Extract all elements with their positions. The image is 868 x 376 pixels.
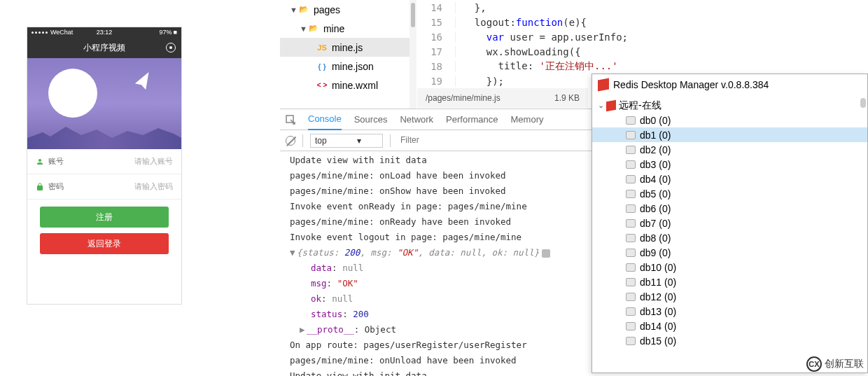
console-property[interactable]: msg: "OK" — [280, 276, 592, 291]
console-line: pages/mine/mine: onReady have been invok… — [280, 214, 592, 230]
back-login-button[interactable]: 返回登录 — [40, 233, 169, 254]
watermark: CX 创新互联 — [806, 356, 864, 372]
capsule-icon[interactable] — [166, 43, 176, 53]
console-line: Invoke event logout in page: pages/mine/… — [280, 230, 592, 245]
phone-simulator: WeChat 23:12 97%■ 小程序视频 账号 请输入账号 密码 请输入密… — [27, 27, 182, 305]
folder-mine[interactable]: ▼📂 mine — [280, 19, 416, 38]
tab-memory[interactable]: Memory — [511, 109, 544, 130]
console-proto[interactable]: ▶__proto__: Object — [280, 322, 592, 337]
console-toolbar: top ▾ — [280, 130, 592, 151]
redis-db-8[interactable]: db8 (0) — [592, 230, 867, 245]
password-placeholder: 请输入密码 — [134, 181, 173, 192]
user-icon — [36, 158, 44, 166]
redis-db-14[interactable]: db14 (0) — [592, 319, 867, 333]
console-output[interactable]: Update view with init datapages/mine/min… — [280, 151, 592, 376]
console-object[interactable]: ▼{status: 200, msg: "OK", data: null, ok… — [280, 245, 592, 260]
account-row[interactable]: 账号 请输入账号 — [27, 149, 181, 174]
code-line-16[interactable]: 16 var user = app.userInfo; — [417, 29, 868, 44]
tab-sources[interactable]: Sources — [354, 109, 388, 130]
time-label: 23:12 — [97, 29, 113, 36]
redis-db-13[interactable]: db13 (0) — [592, 304, 867, 319]
redis-db-2[interactable]: db2 (0) — [592, 142, 867, 157]
redis-db-12[interactable]: db12 (0) — [592, 289, 867, 304]
password-label: 密码 — [48, 181, 64, 192]
redis-db-11[interactable]: db11 (0) — [592, 274, 867, 289]
folder-pages[interactable]: ▼📂 pages — [280, 0, 416, 19]
devtools-tabs: ConsoleSourcesNetworkPerformanceMemory — [280, 109, 592, 130]
code-line-14[interactable]: 14 }, — [417, 0, 868, 15]
file-explorer-scrollbar[interactable] — [410, 0, 416, 109]
redis-db-3[interactable]: db3 (0) — [592, 157, 867, 172]
redis-title-text: Redis Desktop Manager v.0.8.8.384 — [613, 79, 769, 90]
devtools-panel: ConsoleSourcesNetworkPerformanceMemory t… — [280, 109, 592, 376]
redis-server-node[interactable]: ⌄远程-在线 — [592, 98, 867, 113]
console-property[interactable]: ok: null — [280, 291, 592, 307]
console-line: pages/mine/mine: onShow have been invoke… — [280, 183, 592, 199]
redis-db-5[interactable]: db5 (0) — [592, 186, 867, 201]
password-row[interactable]: 密码 请输入密码 — [27, 174, 181, 200]
console-property[interactable]: data: null — [280, 260, 592, 276]
console-line: pages/mine/mine: onLoad have been invoke… — [280, 168, 592, 183]
console-property[interactable]: status: 200 — [280, 307, 592, 322]
register-button[interactable]: 注册 — [40, 207, 169, 228]
redis-db-15[interactable]: db15 (0) — [592, 333, 867, 348]
console-line: On app route: pages/userRegister/userReg… — [280, 337, 592, 353]
redis-db-6[interactable]: db6 (0) — [592, 201, 867, 216]
console-line: Update view with init data — [280, 368, 592, 376]
redis-app-icon — [598, 78, 609, 92]
file-path: /pages/mine/mine.js — [426, 93, 554, 103]
file-mine-js[interactable]: JS mine.js — [280, 38, 416, 57]
console-line: Invoke event onReady in page: pages/mine… — [280, 199, 592, 214]
file-mine-json[interactable]: { } mine.json — [280, 57, 416, 76]
redis-db-7[interactable]: db7 (0) — [592, 216, 867, 230]
page-title: 小程序视频 — [83, 42, 125, 54]
redis-db-1[interactable]: db1 (0) — [592, 127, 867, 142]
file-mine-wxml[interactable]: < > mine.wxml — [280, 76, 416, 95]
redis-db-9[interactable]: db9 (0) — [592, 245, 867, 260]
tab-console[interactable]: Console — [308, 109, 342, 130]
file-explorer: ▼📂 pages▼📂 mineJS mine.js{ } mine.json< … — [280, 0, 416, 109]
file-size: 1.9 KB — [554, 93, 580, 103]
redis-desktop-manager: Redis Desktop Manager v.0.8.8.384 ⌄远程-在线… — [592, 74, 868, 373]
redis-db-0[interactable]: db0 (0) — [592, 113, 867, 127]
editor-footer: /pages/mine/mine.js 1.9 KB — [417, 88, 588, 108]
account-placeholder: 请输入账号 — [134, 156, 173, 167]
console-line: Update view with init data — [280, 153, 592, 168]
header-illustration — [27, 58, 181, 149]
phone-status-bar: WeChat 23:12 97%■ — [27, 27, 181, 37]
lock-icon — [36, 183, 44, 191]
carrier-label: WeChat — [50, 29, 73, 36]
redis-title-bar: Redis Desktop Manager v.0.8.8.384 — [592, 74, 867, 95]
redis-db-10[interactable]: db10 (0) — [592, 260, 867, 274]
tab-network[interactable]: Network — [400, 109, 433, 130]
code-line-15[interactable]: 15 logout:function(e){ — [417, 15, 868, 29]
context-selector[interactable]: top ▾ — [310, 134, 383, 148]
console-line: pages/mine/mine: onUnload have been invo… — [280, 353, 592, 368]
redis-scrollbar[interactable] — [860, 98, 866, 108]
console-filter-input[interactable] — [398, 134, 586, 147]
redis-db-4[interactable]: db4 (0) — [592, 172, 867, 186]
watermark-icon: CX — [806, 356, 822, 372]
code-line-17[interactable]: 17 wx.showLoading({ — [417, 44, 868, 59]
clear-console-icon[interactable] — [286, 136, 295, 146]
account-label: 账号 — [48, 156, 64, 167]
code-line-18[interactable]: 18 title: '正在注销中...' — [417, 59, 868, 74]
phone-nav-bar: 小程序视频 — [27, 37, 181, 58]
inspect-icon[interactable] — [286, 115, 295, 125]
tab-performance[interactable]: Performance — [446, 109, 498, 130]
